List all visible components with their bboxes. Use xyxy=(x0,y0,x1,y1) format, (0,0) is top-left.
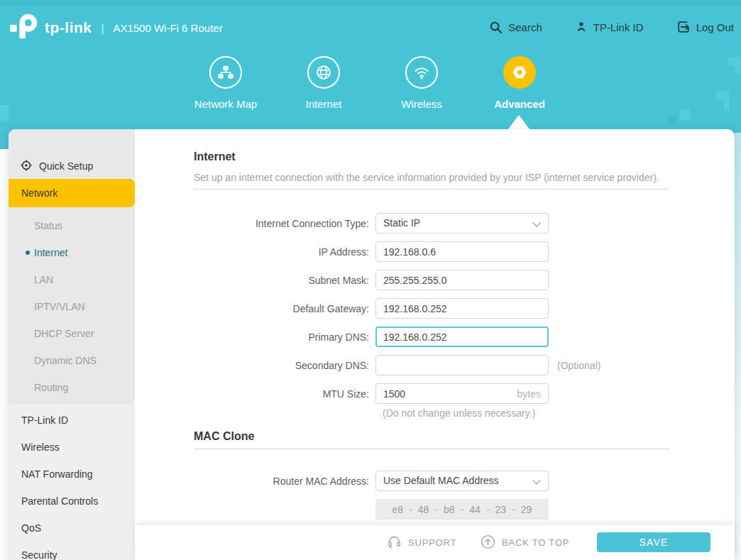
page-title: Internet xyxy=(194,150,236,163)
sidebar-item-label: Quick Setup xyxy=(39,160,93,172)
sidebar: Quick Setup Network Status Internet LAN … xyxy=(9,129,135,560)
sidebar-item-wireless[interactable]: Wireless xyxy=(9,434,135,461)
header: tp-link | AX1500 Wi-Fi 6 Router Search xyxy=(0,0,741,149)
tab-network-map[interactable]: Network Map xyxy=(184,56,268,110)
chevron-down-icon xyxy=(532,221,542,228)
back-to-top-button[interactable]: BACK TO TOP xyxy=(481,525,569,560)
sidebar-subitem-lan[interactable]: LAN xyxy=(9,266,135,293)
support-label: SUPPORT xyxy=(408,537,456,548)
tab-label: Advanced xyxy=(494,98,545,110)
form-row-mtu-size: MTU Size: bytes xyxy=(135,383,549,404)
tab-label: Internet xyxy=(306,98,342,110)
sidebar-item-parental-controls[interactable]: Parental Controls xyxy=(9,488,135,515)
quick-setup-gear-icon xyxy=(20,159,33,174)
tab-internet[interactable]: Internet xyxy=(282,56,366,110)
mtu-size-input[interactable] xyxy=(375,383,549,404)
subnet-mask-label: Subnet Mask: xyxy=(135,275,369,286)
back-to-top-label: BACK TO TOP xyxy=(502,537,569,548)
selected-bullet xyxy=(26,251,30,255)
deco-square xyxy=(724,101,730,111)
sidebar-item-security[interactable]: Security xyxy=(9,542,135,560)
tab-wireless[interactable]: Wireless xyxy=(380,56,463,110)
form-row-router-mac: Router MAC Address: Use Default MAC Addr… xyxy=(135,471,549,491)
connection-type-label: Internet Connection Type: xyxy=(135,218,369,229)
search-label: Search xyxy=(508,21,542,33)
sidebar-item-nat-forwarding[interactable]: NAT Forwarding xyxy=(9,461,135,488)
user-icon xyxy=(575,21,588,34)
tab-advanced[interactable]: Advanced xyxy=(478,56,561,110)
deco-square xyxy=(735,66,740,74)
form-row-ip-address: IP Address: xyxy=(135,241,549,262)
page-edge-strip xyxy=(735,133,741,560)
deco-square xyxy=(715,91,729,101)
sidebar-subitem-status[interactable]: Status xyxy=(9,212,135,239)
default-gateway-input[interactable] xyxy=(375,298,549,319)
router-admin-page: tp-link | AX1500 Wi-Fi 6 Router Search xyxy=(0,0,741,560)
tp-link-logo-icon xyxy=(10,12,40,43)
form-row-connection-type: Internet Connection Type: Static IP xyxy=(135,213,549,234)
brand-logo[interactable]: tp-link | AX1500 Wi-Fi 6 Router xyxy=(10,12,223,43)
content-card: Quick Setup Network Status Internet LAN … xyxy=(9,129,735,560)
logout-button[interactable]: Log Out xyxy=(676,20,734,34)
arrow-up-circle-icon xyxy=(481,534,495,551)
form-row-subnet-mask: Subnet Mask: xyxy=(135,270,549,290)
support-button[interactable]: SUPPORT xyxy=(387,525,456,560)
sidebar-lower-items: TP-Link ID Wireless NAT Forwarding Paren… xyxy=(9,407,135,560)
secondary-dns-label: Secondary DNS: xyxy=(135,360,369,371)
connection-type-select[interactable]: Static IP xyxy=(375,213,549,234)
wifi-icon xyxy=(405,56,438,89)
form-row-primary-dns: Primary DNS: xyxy=(135,326,549,347)
tplink-id-label: TP-Link ID xyxy=(593,21,644,33)
sidebar-subitem-iptv-vlan[interactable]: IPTV/VLAN xyxy=(9,293,135,320)
top-bar: tp-link | AX1500 Wi-Fi 6 Router Search xyxy=(0,0,741,55)
mac-clone-title: MAC Clone xyxy=(194,430,254,443)
sidebar-subitem-routing[interactable]: Routing xyxy=(9,374,135,401)
section-divider xyxy=(194,189,669,190)
subnet-mask-input[interactable] xyxy=(375,270,549,290)
primary-dns-label: Primary DNS: xyxy=(135,331,369,343)
tab-label: Network Map xyxy=(194,98,257,110)
tab-label: Wireless xyxy=(401,98,442,110)
gear-icon xyxy=(503,56,536,89)
tplink-id-button[interactable]: TP-Link ID xyxy=(575,21,644,34)
sidebar-subitem-dhcp-server[interactable]: DHCP Server xyxy=(9,320,135,347)
brand-divider: | xyxy=(101,22,104,34)
active-tab-pointer xyxy=(508,115,529,129)
sidebar-subitem-dynamic-dns[interactable]: Dynamic DNS xyxy=(9,347,135,374)
mtu-note: (Do not change unless necessary.) xyxy=(383,407,535,419)
primary-dns-input[interactable] xyxy=(375,326,549,347)
header-links: Search TP-Link ID xyxy=(456,20,734,34)
deco-square xyxy=(728,57,740,66)
sidebar-subitem-internet-selected[interactable]: Internet xyxy=(9,239,135,266)
ip-address-label: IP Address: xyxy=(135,246,369,258)
logout-label: Log Out xyxy=(696,21,734,33)
form-row-default-gateway: Default Gateway: xyxy=(135,298,549,319)
brand-name: tp-link xyxy=(45,19,92,36)
router-mac-label: Router MAC Address: xyxy=(135,476,369,487)
sidebar-item-network-active[interactable]: Network xyxy=(9,179,135,207)
optional-hint: (Optional) xyxy=(557,360,600,371)
save-button[interactable]: SAVE xyxy=(597,532,710,552)
chevron-down-icon xyxy=(532,479,542,485)
deco-square xyxy=(680,109,690,120)
mac-address-display: e8-48-b8-44-23-29 xyxy=(375,499,549,520)
deco-square xyxy=(0,105,9,121)
network-map-icon xyxy=(209,56,242,89)
network-submenu: Status Internet LAN IPTV/VLAN DHCP Serve… xyxy=(9,212,135,401)
default-gateway-label: Default Gateway: xyxy=(135,303,369,314)
main-nav: Network Map Internet xyxy=(184,56,561,110)
form-row-secondary-dns: Secondary DNS: (Optional) xyxy=(135,355,600,375)
sidebar-item-qos[interactable]: QoS xyxy=(9,515,135,542)
section-divider xyxy=(194,449,669,449)
sidebar-item-quick-setup[interactable]: Quick Setup xyxy=(20,156,93,176)
ip-address-input[interactable] xyxy=(375,241,549,262)
headset-icon xyxy=(387,534,402,551)
sidebar-item-tplink-id[interactable]: TP-Link ID xyxy=(9,407,135,434)
router-mac-select[interactable]: Use Default MAC Address xyxy=(375,471,549,491)
search-icon xyxy=(489,21,503,34)
logout-icon xyxy=(676,20,691,34)
main-content: Internet Set up an internet connection w… xyxy=(135,129,735,560)
search-button[interactable]: Search xyxy=(489,21,542,34)
page-description: Set up an internet connection with the s… xyxy=(194,172,659,183)
secondary-dns-input[interactable] xyxy=(375,355,549,375)
